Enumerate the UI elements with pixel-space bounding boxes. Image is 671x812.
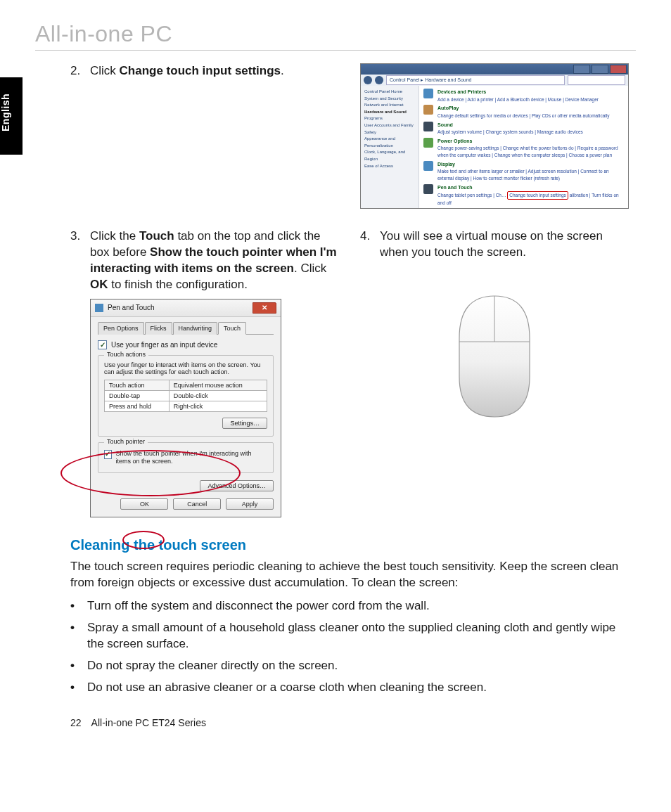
category-autoplay: AutoPlayChange default settings for medi… — [423, 105, 624, 119]
table-header: Touch action — [105, 380, 170, 390]
bullet-icon: • — [70, 620, 87, 636]
sidebar-item-active[interactable]: Hardware and Sound — [364, 110, 407, 114]
search-input[interactable] — [568, 75, 625, 85]
category-devices-printers: Devices and PrintersAdd a device | Add a… — [423, 89, 624, 103]
category-pen-touch: Pen and TouchChange tablet pen settings … — [423, 184, 624, 209]
tab-pen-options[interactable]: Pen Options — [98, 322, 144, 335]
pen-touch-icon — [95, 304, 103, 312]
page-title: All-in-one PC — [35, 21, 671, 50]
display-icon — [423, 161, 433, 171]
address-bar: Control Panel ▸ Hardware and Sound — [361, 75, 628, 86]
printer-icon — [423, 89, 433, 98]
checkbox-label: Use your finger as an input device — [111, 341, 217, 349]
sound-icon — [423, 122, 433, 131]
highlighted-link[interactable]: Change touch input settings — [507, 191, 568, 200]
step-2: 2. Click Change touch input settings. — [70, 63, 339, 79]
checkbox-finger-input[interactable]: ✓ Use your finger as an input device — [98, 340, 274, 349]
list-item: •Do not spray the cleaner directly on th… — [70, 658, 629, 674]
advanced-options-button[interactable]: Advanced Options… — [200, 480, 274, 491]
section-paragraph: The touch screen requires periodic clean… — [70, 559, 629, 591]
sidebar-item[interactable]: User Accounts and Family Safety — [364, 123, 414, 134]
sidebar-item[interactable]: Programs — [364, 116, 383, 120]
checkbox-label: Show the touch pointer when I'm interact… — [116, 450, 267, 466]
bullet-icon: • — [70, 680, 87, 696]
window-titlebar — [361, 64, 628, 75]
table-row[interactable]: Double-tapDouble-click — [105, 390, 267, 401]
section-heading-cleaning: Cleaning the touch screen — [70, 537, 629, 553]
minimize-button[interactable] — [573, 65, 590, 74]
group-label: Touch pointer — [104, 438, 148, 445]
sidebar-item[interactable]: System and Security — [364, 96, 403, 101]
step-number: 2. — [70, 63, 90, 79]
step-body: Click Change touch input settings. — [90, 63, 339, 79]
pen-icon — [423, 184, 433, 194]
nav-back-icon[interactable] — [364, 76, 372, 84]
language-tab: English — [0, 77, 23, 155]
sidebar-item[interactable]: Appearance and Personalization — [364, 136, 395, 148]
bullet-list: •Turn off the system and disconnect the … — [70, 598, 629, 696]
ok-button[interactable]: OK — [120, 498, 168, 510]
maximize-button[interactable] — [592, 65, 608, 74]
sidebar-item[interactable]: Network and Internet — [364, 103, 404, 107]
table-row[interactable]: Press and holdRight-click — [105, 401, 267, 411]
nav-forward-icon[interactable] — [375, 76, 383, 84]
settings-button[interactable]: Settings… — [222, 418, 267, 429]
group-touch-actions: Touch actions Use your finger to interac… — [98, 355, 274, 437]
checkbox-icon[interactable]: ✓ — [98, 340, 107, 349]
step-number: 4. — [360, 228, 380, 245]
virtual-mouse-illustration — [445, 289, 544, 423]
group-touch-pointer: Touch pointer ✓ Show the touch pointer w… — [98, 442, 274, 474]
step-body: Click the Touch tab on the top and click… — [90, 228, 339, 293]
tabs: Pen Options Flicks Handwriting Touch — [98, 321, 274, 335]
step-3: 3. Click the Touch tab on the top and cl… — [70, 228, 339, 293]
bullet-icon: • — [70, 658, 87, 674]
tab-flicks[interactable]: Flicks — [145, 322, 172, 335]
breadcrumb[interactable]: Control Panel ▸ Hardware and Sound — [386, 75, 565, 85]
checkbox-icon[interactable]: ✓ — [104, 450, 112, 459]
dialog-titlebar: Pen and Touch ✕ — [91, 299, 281, 317]
page-footer: 22 All-in-one PC ET24 Series — [0, 702, 671, 745]
list-item: •Spray a small amount of a household gla… — [70, 620, 629, 652]
apply-button[interactable]: Apply — [226, 498, 274, 510]
category-sound: SoundAdjust system volume | Change syste… — [423, 122, 624, 136]
main-panel: Devices and PrintersAdd a device | Add a… — [419, 86, 628, 209]
list-item: •Turn off the system and disconnect the … — [70, 598, 629, 614]
table-header: Equivalent mouse action — [169, 380, 267, 390]
dialog-buttons: OK Cancel Apply — [98, 491, 274, 510]
group-description: Use your finger to interact with items o… — [104, 361, 267, 375]
sidebar-home[interactable]: Control Panel Home — [364, 89, 402, 94]
category-power: Power OptionsChange power-saving setting… — [423, 138, 624, 159]
header-rule — [35, 50, 636, 51]
tab-touch[interactable]: Touch — [218, 322, 246, 335]
tab-handwriting[interactable]: Handwriting — [173, 322, 218, 335]
group-label: Touch actions — [104, 351, 148, 358]
power-icon — [423, 138, 433, 148]
series-name: All-in-one PC ET24 Series — [91, 717, 206, 728]
sidebar-item[interactable]: Clock, Language, and Region — [364, 150, 405, 161]
category-display: DisplayMake text and other items larger … — [423, 161, 624, 182]
step-body: You will see a virtual mouse on the scre… — [380, 228, 629, 261]
close-button[interactable] — [610, 65, 627, 74]
cancel-button[interactable]: Cancel — [173, 498, 221, 510]
screenshot-pen-and-touch: Pen and Touch ✕ Pen Options Flicks Handw… — [90, 299, 281, 518]
step-4: 4. You will see a virtual mouse on the s… — [360, 228, 629, 261]
page-number: 22 — [70, 717, 82, 728]
list-item: •Do not use an abrasive cleaner or a coa… — [70, 680, 629, 696]
close-icon[interactable]: ✕ — [253, 302, 276, 314]
dialog-title: Pen and Touch — [108, 304, 155, 311]
step-number: 3. — [70, 228, 90, 245]
autoplay-icon — [423, 105, 433, 115]
screenshot-control-panel: Control Panel ▸ Hardware and Sound Contr… — [360, 63, 629, 209]
bullet-icon: • — [70, 598, 87, 614]
sidebar-item[interactable]: Ease of Access — [364, 164, 393, 168]
touch-actions-table: Touch actionEquivalent mouse action Doub… — [104, 380, 267, 412]
sidebar: Control Panel Home System and Security N… — [361, 86, 419, 209]
